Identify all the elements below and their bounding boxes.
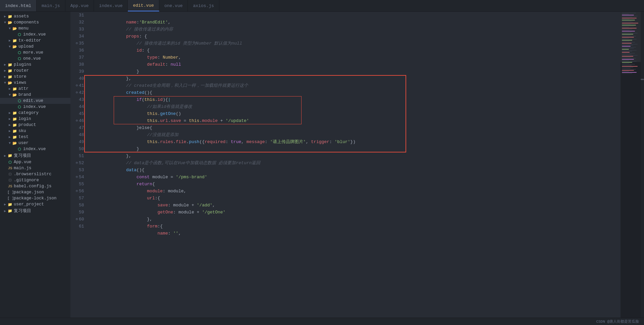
sidebar-item-router[interactable]: ▶ 📁 router bbox=[0, 68, 70, 74]
code-line: form:{ bbox=[90, 216, 621, 223]
code-line: //没值就是添加 bbox=[90, 124, 621, 131]
sidebar-item-brand-edit-vue[interactable]: ⬡ edit.vue bbox=[0, 98, 70, 104]
code-line: // 接收传递过来的内容 bbox=[90, 19, 621, 26]
line-num[interactable]: 46 bbox=[76, 117, 84, 124]
sidebar-item-brand[interactable]: ▼ 📂 brand bbox=[0, 92, 70, 98]
tab-one-vue[interactable]: one.vue bbox=[159, 0, 188, 11]
line-num[interactable]: 54 bbox=[76, 174, 84, 181]
tab-label: edit.vue bbox=[133, 3, 154, 8]
sidebar-item-plugins[interactable]: ▶ 📁 plugins bbox=[0, 62, 70, 68]
line-num: 53 bbox=[76, 167, 84, 174]
sidebar-item-menu[interactable]: ▼ 📂 menu bbox=[0, 25, 70, 31]
code-line: getOne: module + '/getOne' bbox=[90, 202, 621, 209]
sidebar-item-label: store bbox=[14, 74, 70, 79]
arrow-icon: ▶ bbox=[7, 123, 12, 127]
sidebar-item-one-vue[interactable]: ⬡ one.vue bbox=[0, 56, 70, 62]
code-line: const module = '/pms-brand' bbox=[90, 167, 621, 174]
sidebar-item-gitignore[interactable]: □ .gitignore bbox=[0, 177, 70, 183]
sidebar-item-app-vue[interactable]: ⬡ App.vue bbox=[0, 159, 70, 165]
sidebar-item-store[interactable]: ▶ 📁 store bbox=[0, 74, 70, 80]
arrow-icon: ▶ bbox=[7, 111, 12, 115]
line-num: 47 bbox=[76, 124, 84, 131]
vue-file-icon: ⬡ bbox=[17, 51, 22, 55]
sidebar-item-user-index-vue[interactable]: ⬡ index.vue bbox=[0, 146, 70, 152]
file-icon: [ ] bbox=[7, 190, 13, 194]
sidebar-item-babel-config[interactable]: JS babel.config.js bbox=[0, 183, 70, 189]
sidebar-item-menu-index-vue[interactable]: ⬡ index.vue bbox=[0, 31, 70, 38]
sidebar-item-product[interactable]: ▶ 📁 product bbox=[0, 122, 70, 128]
sidebar-item-package-json[interactable]: [ ] package.json bbox=[0, 189, 70, 195]
line-num: 49 bbox=[76, 138, 84, 145]
sidebar-item-fuxiang2[interactable]: ▶ 📁 复习项目 bbox=[0, 207, 70, 214]
sidebar-item-test[interactable]: ▶ 📁 test bbox=[0, 134, 70, 140]
code-line: // 接收传递过来的id 类型为Number 默认值为null bbox=[90, 33, 621, 40]
sidebar-item-main-js[interactable]: JS main.js bbox=[0, 165, 70, 171]
code-line: }, bbox=[90, 145, 621, 152]
folder-icon: 📁 bbox=[12, 39, 17, 43]
sidebar-item-label: upload bbox=[18, 44, 70, 49]
sidebar-item-user-project[interactable]: ▶ 📁 user_project bbox=[0, 201, 70, 207]
sidebar-item-more-vue[interactable]: ⬡ more.vue bbox=[0, 50, 70, 56]
line-num: 50 bbox=[76, 145, 84, 152]
sidebar-item-tx-editor[interactable]: ▶ 📁 tx-editor bbox=[0, 38, 70, 44]
code-line: this.getOne() bbox=[90, 103, 621, 110]
line-num[interactable]: 41 bbox=[76, 82, 84, 89]
line-num[interactable]: 52 bbox=[76, 159, 84, 167]
tab-edit-vue[interactable]: edit.vue bbox=[128, 0, 159, 11]
sidebar-item-label: attr bbox=[18, 86, 70, 91]
line-num: 45 bbox=[76, 110, 84, 117]
js-file-icon: JS bbox=[7, 166, 13, 170]
line-num: 36 bbox=[76, 47, 84, 54]
code-line: name: '', bbox=[90, 223, 621, 230]
tab-axios-js[interactable]: axios.js bbox=[188, 0, 219, 11]
vertical-scrollbar[interactable] bbox=[641, 12, 644, 318]
code-line: } bbox=[90, 138, 621, 145]
arrow-icon: ▶ bbox=[3, 14, 7, 18]
sidebar-item-label: babel.config.js bbox=[14, 184, 70, 189]
tab-app-vue[interactable]: App.vue bbox=[65, 0, 94, 11]
vue-file-icon: ⬡ bbox=[17, 99, 22, 103]
arrow-icon: ▼ bbox=[7, 141, 12, 145]
sidebar-item-browserslistrc[interactable]: □ .browserslistrc bbox=[0, 171, 70, 177]
sidebar-item-label: components bbox=[14, 20, 70, 25]
line-num[interactable]: 56 bbox=[76, 188, 84, 195]
tab-label: main.js bbox=[42, 3, 60, 8]
arrow-icon: ▼ bbox=[7, 93, 12, 97]
line-num: 34 bbox=[76, 33, 84, 40]
js-file-icon: JS bbox=[7, 184, 13, 188]
folder-icon: 📁 bbox=[12, 129, 17, 133]
arrow-icon: ▶ bbox=[7, 39, 12, 43]
line-num[interactable]: 35 bbox=[76, 40, 84, 47]
sidebar-item-login[interactable]: ▶ 📁 login bbox=[0, 116, 70, 122]
sidebar-item-upload[interactable]: ▼ 📂 upload bbox=[0, 44, 70, 50]
sidebar-item-attr[interactable]: ▶ 📁 attr bbox=[0, 86, 70, 92]
tab-label: one.vue bbox=[164, 3, 183, 8]
sidebar-item-label: menu bbox=[18, 26, 70, 31]
folder-icon: 📁 bbox=[12, 111, 17, 115]
sidebar-item-category[interactable]: ▶ 📁 category bbox=[0, 110, 70, 116]
arrow-icon: ▶ bbox=[7, 129, 12, 133]
sidebar-item-assets[interactable]: ▶ 📁 assets bbox=[0, 13, 70, 19]
line-num[interactable]: 60 bbox=[76, 216, 84, 223]
tab-index-html[interactable]: index.html bbox=[0, 0, 37, 11]
sidebar-item-user[interactable]: ▼ 📂 user bbox=[0, 140, 70, 146]
arrow-icon: ▶ bbox=[7, 117, 12, 121]
tab-index-vue[interactable]: index.vue bbox=[94, 0, 128, 11]
folder-icon: 📁 bbox=[12, 123, 17, 127]
sidebar-item-components[interactable]: ▼ 📂 components bbox=[0, 19, 70, 25]
sidebar-item-label: user bbox=[18, 141, 70, 145]
line-num[interactable]: 42 bbox=[76, 89, 84, 96]
code-editor[interactable]: 31 32 33 34 35 36 37 38 39 40 41 42 43 4… bbox=[70, 12, 644, 318]
code-line: props: { bbox=[90, 26, 621, 33]
sidebar-item-fuxiang[interactable]: ▶ 📁 复习项目 bbox=[0, 152, 70, 159]
sidebar-item-sku[interactable]: ▶ 📁 sku bbox=[0, 128, 70, 134]
sidebar-item-views[interactable]: ▼ 📂 views bbox=[0, 80, 70, 86]
sidebar-item-package-lock-json[interactable]: [ ] package-lock.json bbox=[0, 195, 70, 201]
line-num: 37 bbox=[76, 54, 84, 61]
code-line: }, bbox=[90, 68, 621, 75]
sidebar-item-label: edit.vue bbox=[23, 99, 70, 103]
sidebar-item-brand-index-vue[interactable]: ⬡ index.vue bbox=[0, 104, 70, 110]
tab-main-js[interactable]: main.js bbox=[37, 0, 65, 11]
arrow-icon: ▶ bbox=[3, 209, 7, 213]
sidebar-item-label: product bbox=[18, 123, 70, 127]
